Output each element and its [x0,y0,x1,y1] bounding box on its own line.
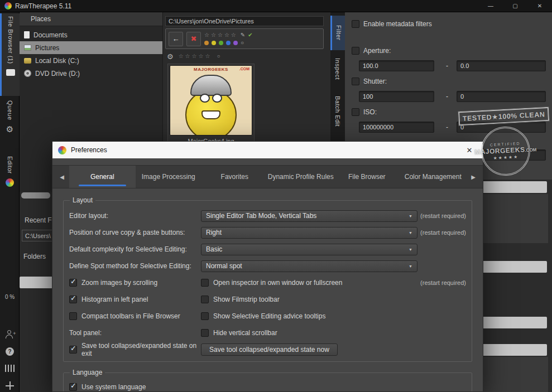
help-button[interactable]: ? [0,347,20,356]
check-icon: ✓ [70,294,76,302]
color-label-red-filter[interactable] [204,41,209,45]
add-profile-button[interactable]: + [0,330,20,338]
dropdown-value: Normal spot [206,262,242,270]
use-system-language-checkbox[interactable]: ✓ [69,383,77,391]
enable-metadata-filters-checkbox[interactable]: ✓ [352,20,359,28]
logo-grin-shape [201,110,220,119]
spot-method-row: Define Spot method for Selective Editing… [68,258,467,274]
places-header: Places [20,12,162,26]
batch-progress-label: 0 % [0,294,20,300]
save-tool-state-now-button[interactable]: Save tool collapsed/expanded state now [201,343,338,356]
editor-icon [6,178,14,187]
preferences-titlebar: Preferences ✕ [52,142,483,158]
window-controls: — ▢ ✕ [478,0,552,12]
unedited-filter-icon[interactable]: ○ [241,40,244,46]
shutter-checkbox[interactable]: ✓ [352,78,359,85]
tab-label: File Browser [348,173,386,181]
color-label-green-filter[interactable] [219,41,223,45]
range-dash: - [441,93,453,100]
parent-folder-button[interactable]: ← [169,32,183,46]
aperture-to-input[interactable]: 0.0 [457,60,546,71]
tab-color-management[interactable]: Color Management [400,166,467,188]
place-item-pictures[interactable]: Pictures [20,41,162,54]
tab-general[interactable]: General [69,166,136,188]
rank-color-filter-grid: ☆☆☆☆☆ ✎ ✔ ○ [204,32,253,46]
place-item-local-disk[interactable]: Local Disk (C:) [20,54,162,67]
aperture-filter-row: ✓ Aperture: [352,47,391,55]
save-tool-state-checkbox[interactable]: ✓ [69,346,77,354]
aperture-from-input[interactable]: 100.0 [359,60,434,71]
dropdown-value: Right [206,229,222,236]
levels-icon [5,365,15,372]
rank-stars-filter[interactable]: ☆☆☆☆☆ [204,32,238,38]
preferences-close-button[interactable]: ✕ [462,146,477,154]
panel-splitter-handle[interactable] [21,192,50,199]
preferences-content: Layout Editor layout: Single Editor Tab … [52,188,483,392]
restart-required-note: (restart required) [417,279,467,286]
path-input[interactable]: C:\Users\jon\OneDrive\Pictures [165,16,324,26]
zoom-scrolling-checkbox[interactable]: ✓ [69,279,77,287]
editing-advice-tooltips-label: Show Selective Editing advice tooltips [213,312,325,320]
tab-dynamic-profile-rules[interactable]: Dynamic Profile Rules [268,166,334,188]
editor-layout-label: Editor layout: [68,212,201,220]
editor-layout-dropdown[interactable]: Single Editor Tab Mode, Vertical Tabs▼ [201,210,417,222]
maximize-button[interactable]: ▢ [503,0,527,12]
saved-filter-icon[interactable]: ✔ [248,32,252,38]
edited-filter-icon[interactable]: ✎ [241,32,245,38]
tab-favorites[interactable]: Favorites [201,166,268,188]
active-tab-underline [79,185,126,186]
color-label-yellow-filter[interactable] [212,41,216,45]
inspector-own-window-checkbox[interactable]: ✓ [201,279,209,287]
iso-from-input[interactable]: 100000000 [359,122,434,133]
thumbnail-cell[interactable]: MAJORGEEKS .COM MajorGeeks4.jpg [167,64,255,147]
rail-tab-file-browser[interactable]: File Browser (1) [0,13,20,96]
shutter-to-input[interactable]: 0 [457,91,546,102]
picture-icon [24,45,31,51]
aperture-checkbox[interactable]: ✓ [352,47,359,55]
editing-advice-tooltips-checkbox[interactable]: ✓ [201,312,209,320]
dvd-disc-icon [24,70,31,77]
hide-vertical-scrollbar-checkbox[interactable]: ✓ [201,329,209,337]
close-button[interactable]: ✕ [527,0,552,12]
color-label-blue-filter[interactable] [226,41,231,45]
tab-image-processing[interactable]: Image Processing [136,166,202,188]
compact-toolbars-checkbox[interactable]: ✓ [69,312,77,320]
tabs-scroll-right-button[interactable]: ▶ [466,166,481,188]
rail-tab-editor[interactable]: Editor [0,156,20,207]
chevron-down-icon: ▼ [404,248,412,251]
query-rank-stars[interactable]: ☆☆☆☆☆ [179,54,212,59]
restart-required-note: (restart required) [417,212,467,219]
right-tab-filter[interactable]: Filter [330,16,345,50]
show-filmstrip-toolbar-checkbox[interactable]: ✓ [201,296,209,303]
query-unranked-icon[interactable]: ○ [217,54,220,59]
right-tab-batch-edit[interactable]: Batch Edit [330,88,345,135]
clear-filters-button[interactable]: ✖ [186,32,201,46]
language-group: Language ✓ Use system language [63,369,472,392]
levels-button[interactable] [0,365,20,372]
layout-group: Layout Editor layout: Single Editor Tab … [63,196,472,362]
restart-required-note: (restart required) [417,229,467,236]
rail-tab-queue[interactable]: Queue ⚙ [0,100,20,152]
right-tab-inspect[interactable]: Inspect [330,52,345,85]
tool-panel-label: Tool panel: [68,329,201,337]
shutter-from-input[interactable]: 100 [359,91,434,102]
default-complexity-dropdown[interactable]: Basic▼ [201,244,417,255]
spot-method-dropdown[interactable]: Normal spot▼ [201,260,417,272]
place-item-documents[interactable]: Documents [20,28,162,41]
tabs-scroll-left-button[interactable]: ◀ [55,166,69,188]
iso-checkbox[interactable]: ✓ [352,108,359,116]
filter-settings-gear-icon[interactable]: ⚙ [167,53,174,60]
minimize-button[interactable]: — [478,0,503,12]
tab-file-browser[interactable]: File Browser [334,166,400,188]
tab-label: General [90,173,114,181]
place-item-dvd-drive[interactable]: DVD Drive (D:) [20,67,162,80]
check-icon: ✓ [70,344,76,352]
logo-com-text: .COM [239,67,249,71]
chevron-down-icon: ▼ [404,264,412,268]
color-label-purple-filter[interactable] [233,41,238,45]
question-icon: ? [6,347,14,356]
histogram-left-panel-checkbox[interactable]: ✓ [69,296,77,303]
curve-buttons-position-dropdown[interactable]: Right▼ [201,227,417,239]
iso-to-input[interactable]: 0 [457,122,546,133]
pan-button[interactable] [0,381,20,390]
